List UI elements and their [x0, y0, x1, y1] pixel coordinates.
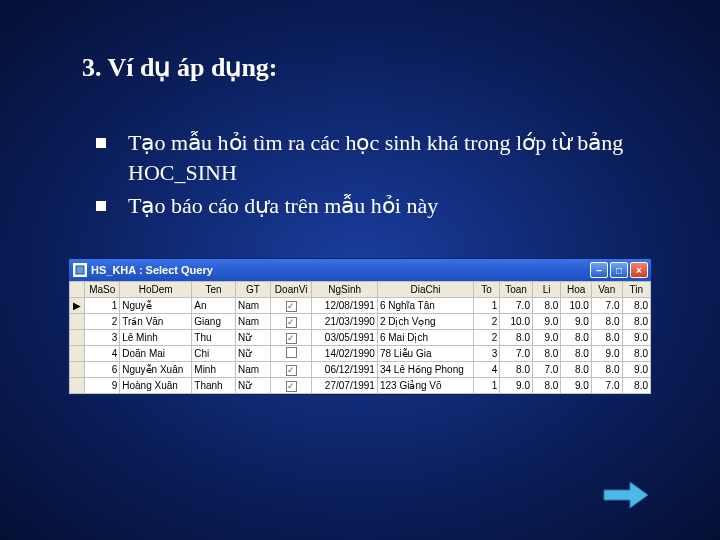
cell-ngsinh[interactable]: 14/02/1990: [312, 346, 378, 362]
cell-van[interactable]: 9.0: [591, 346, 622, 362]
cell-hodem[interactable]: Trần Văn: [120, 314, 192, 330]
cell-van[interactable]: 8.0: [591, 362, 622, 378]
cell-toan[interactable]: 8.0: [500, 362, 533, 378]
cell-doanvi[interactable]: [270, 378, 312, 394]
cell-tin[interactable]: 8.0: [622, 298, 650, 314]
col-header[interactable]: DoanVi: [270, 282, 312, 298]
cell-doanvi[interactable]: [270, 314, 312, 330]
table-row[interactable]: 9Hoàng XuânThanhNữ27/07/1991123 Giảng Võ…: [70, 378, 651, 394]
row-selector[interactable]: ▶: [70, 298, 85, 314]
cell-li[interactable]: 9.0: [532, 330, 560, 346]
cell-ngsinh[interactable]: 06/12/1991: [312, 362, 378, 378]
cell-toan[interactable]: 8.0: [500, 330, 533, 346]
cell-ten[interactable]: Minh: [192, 362, 236, 378]
cell-maso[interactable]: 1: [85, 298, 120, 314]
col-header[interactable]: MaSo: [85, 282, 120, 298]
cell-ngsinh[interactable]: 12/08/1991: [312, 298, 378, 314]
cell-to[interactable]: 1: [474, 298, 500, 314]
cell-ten[interactable]: Giang: [192, 314, 236, 330]
minimize-button[interactable]: –: [590, 262, 608, 278]
cell-hodem[interactable]: Doãn Mai: [120, 346, 192, 362]
cell-diachi[interactable]: 2 Dịch Vọng: [377, 314, 473, 330]
checkbox-icon[interactable]: [286, 365, 297, 376]
cell-hodem[interactable]: Lê Minh: [120, 330, 192, 346]
cell-hoa[interactable]: 8.0: [561, 346, 592, 362]
cell-hoa[interactable]: 8.0: [561, 330, 592, 346]
cell-hodem[interactable]: Hoàng Xuân: [120, 378, 192, 394]
checkbox-icon[interactable]: [286, 347, 297, 358]
cell-hoa[interactable]: 8.0: [561, 362, 592, 378]
cell-gt[interactable]: Nam: [235, 298, 270, 314]
cell-to[interactable]: 1: [474, 378, 500, 394]
cell-hoa[interactable]: 10.0: [561, 298, 592, 314]
col-header[interactable]: Ten: [192, 282, 236, 298]
col-header[interactable]: Toan: [500, 282, 533, 298]
cell-tin[interactable]: 9.0: [622, 330, 650, 346]
cell-tin[interactable]: 8.0: [622, 378, 650, 394]
cell-maso[interactable]: 4: [85, 346, 120, 362]
col-header[interactable]: DiaChi: [377, 282, 473, 298]
cell-diachi[interactable]: 123 Giảng Võ: [377, 378, 473, 394]
cell-tin[interactable]: 8.0: [622, 314, 650, 330]
cell-hoa[interactable]: 9.0: [561, 378, 592, 394]
cell-ten[interactable]: An: [192, 298, 236, 314]
checkbox-icon[interactable]: [286, 301, 297, 312]
next-arrow-icon[interactable]: [602, 480, 650, 510]
cell-gt[interactable]: Nữ: [235, 378, 270, 394]
cell-diachi[interactable]: 6 Mai Dịch: [377, 330, 473, 346]
cell-van[interactable]: 7.0: [591, 298, 622, 314]
cell-diachi[interactable]: 34 Lê Hồng Phong: [377, 362, 473, 378]
cell-ngsinh[interactable]: 27/07/1991: [312, 378, 378, 394]
cell-toan[interactable]: 10.0: [500, 314, 533, 330]
col-header[interactable]: Li: [532, 282, 560, 298]
row-selector[interactable]: [70, 346, 85, 362]
close-button[interactable]: ×: [630, 262, 648, 278]
cell-tin[interactable]: 9.0: [622, 362, 650, 378]
cell-gt[interactable]: Nữ: [235, 330, 270, 346]
cell-maso[interactable]: 6: [85, 362, 120, 378]
cell-li[interactable]: 7.0: [532, 362, 560, 378]
cell-to[interactable]: 3: [474, 346, 500, 362]
data-grid[interactable]: MaSo HoDem Ten GT DoanVi NgSinh DiaChi T…: [69, 281, 651, 394]
cell-ten[interactable]: Thu: [192, 330, 236, 346]
cell-toan[interactable]: 7.0: [500, 346, 533, 362]
row-selector[interactable]: [70, 362, 85, 378]
cell-van[interactable]: 7.0: [591, 378, 622, 394]
col-header[interactable]: Hoa: [561, 282, 592, 298]
row-selector[interactable]: [70, 378, 85, 394]
cell-to[interactable]: 2: [474, 314, 500, 330]
cell-to[interactable]: 2: [474, 330, 500, 346]
cell-doanvi[interactable]: [270, 346, 312, 362]
cell-maso[interactable]: 9: [85, 378, 120, 394]
cell-li[interactable]: 8.0: [532, 298, 560, 314]
cell-diachi[interactable]: 6 Nghĩa Tân: [377, 298, 473, 314]
cell-van[interactable]: 8.0: [591, 330, 622, 346]
col-header[interactable]: GT: [235, 282, 270, 298]
cell-doanvi[interactable]: [270, 362, 312, 378]
col-header[interactable]: To: [474, 282, 500, 298]
cell-hodem[interactable]: Nguyễn Xuân: [120, 362, 192, 378]
cell-hoa[interactable]: 9.0: [561, 314, 592, 330]
cell-hodem[interactable]: Nguyễ: [120, 298, 192, 314]
cell-gt[interactable]: Nam: [235, 314, 270, 330]
table-row[interactable]: 2Trần VănGiangNam21/03/19902 Dịch Vọng21…: [70, 314, 651, 330]
cell-gt[interactable]: Nam: [235, 362, 270, 378]
col-header[interactable]: Van: [591, 282, 622, 298]
cell-li[interactable]: 8.0: [532, 346, 560, 362]
checkbox-icon[interactable]: [286, 381, 297, 392]
cell-ngsinh[interactable]: 03/05/1991: [312, 330, 378, 346]
checkbox-icon[interactable]: [286, 333, 297, 344]
checkbox-icon[interactable]: [286, 317, 297, 328]
cell-ten[interactable]: Chi: [192, 346, 236, 362]
cell-toan[interactable]: 7.0: [500, 298, 533, 314]
table-row[interactable]: 4Doãn MaiChiNữ14/02/199078 Liễu Gia37.08…: [70, 346, 651, 362]
table-row[interactable]: 6Nguyễn XuânMinhNam06/12/199134 Lê Hồng …: [70, 362, 651, 378]
col-header[interactable]: NgSinh: [312, 282, 378, 298]
cell-tin[interactable]: 8.0: [622, 346, 650, 362]
row-selector[interactable]: [70, 314, 85, 330]
cell-diachi[interactable]: 78 Liễu Gia: [377, 346, 473, 362]
table-row[interactable]: 3Lê MinhThuNữ03/05/19916 Mai Dịch28.09.0…: [70, 330, 651, 346]
cell-ngsinh[interactable]: 21/03/1990: [312, 314, 378, 330]
col-header[interactable]: Tin: [622, 282, 650, 298]
titlebar[interactable]: HS_KHA : Select Query – □ ×: [69, 259, 651, 281]
